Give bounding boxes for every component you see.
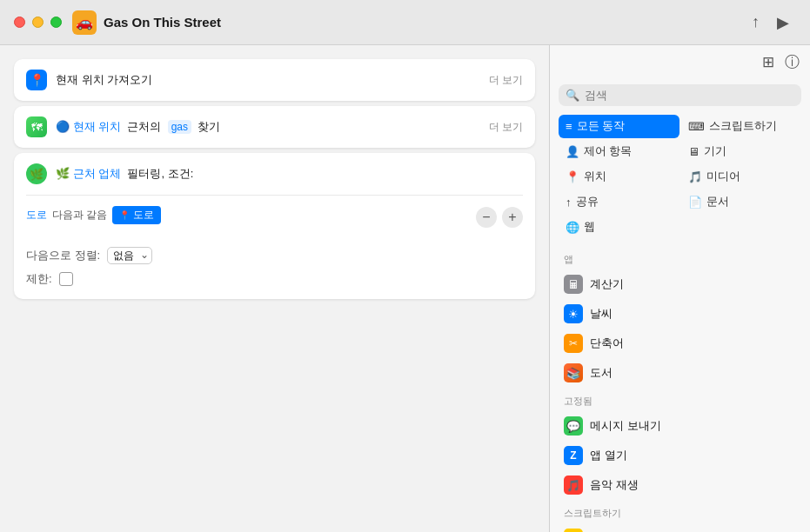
shortcuts-label: 단축어 (590, 336, 624, 351)
tab-device[interactable]: 🖥 기기 (681, 140, 802, 163)
limit-checkbox[interactable] (59, 272, 73, 286)
send-message-label: 메시지 보내기 (590, 418, 661, 434)
media-label: 미디어 (706, 170, 740, 184)
tab-scripting[interactable]: ⌨ 스크립트하기 (681, 115, 802, 138)
control-icon: 👤 (566, 145, 579, 158)
remove-condition-button[interactable]: − (476, 207, 497, 228)
comment-icon: = (564, 529, 583, 532)
sort-select-wrapper[interactable]: 없음 이름 거리 (107, 247, 152, 264)
filter-controls: − + (476, 207, 523, 228)
calculator-label: 계산기 (590, 276, 624, 292)
filter-label: 필터링, 조건: (127, 167, 193, 180)
maximize-button[interactable] (50, 17, 62, 28)
search-box: 🔍 (550, 79, 810, 111)
sidebar-item-play-music[interactable]: 🎵 음악 재생 (555, 470, 805, 500)
get-location-row[interactable]: 📍 현재 위치 가져오기 더 보기 (14, 59, 535, 101)
scripting-icon: ⌨ (688, 120, 705, 133)
filter-tags: 도로 다음과 같음 📍 도로 (26, 203, 161, 228)
all-actions-icon: ≡ (566, 120, 572, 133)
filter-header-text: 🌿 근처 업체 필터링, 조건: (56, 166, 523, 182)
nearby-business-tag: 🌿 근처 업체 (56, 167, 121, 180)
books-icon: 📚 (564, 363, 583, 382)
tag-road-filled[interactable]: 📍 도로 (112, 206, 161, 224)
find-nearby-more[interactable]: 더 보기 (489, 120, 523, 135)
sidebar-item-weather[interactable]: ☀ 날씨 (555, 299, 805, 329)
minimize-button[interactable] (32, 17, 44, 28)
play-button[interactable]: ▶ (777, 13, 789, 32)
weather-icon: ☀ (564, 304, 583, 323)
find-nearby-text: 🔵 현재 위치 근처의 gas 찾기 (56, 119, 482, 135)
right-panel: ⊞ ⓘ 🔍 ≡ 모든 동작 ⌨ 스크립트하기 👤 제어 항목 (549, 45, 810, 532)
left-panel: 📍 현재 위치 가져오기 더 보기 🗺 🔵 현재 위치 근처의 gas 찾기 더… (0, 45, 549, 532)
category-tabs: ≡ 모든 동작 ⌨ 스크립트하기 👤 제어 항목 🖥 기기 📍 위치 🎵 미 (550, 111, 810, 243)
scripting-label: 스크립트하기 (709, 119, 777, 134)
sidebar-item-comment[interactable]: = 주석 (555, 523, 805, 532)
location-icon: 📍 (26, 70, 47, 90)
media-icon: 🎵 (688, 170, 702, 183)
add-condition-button[interactable]: + (502, 207, 523, 228)
tab-media[interactable]: 🎵 미디어 (681, 165, 802, 189)
scripting-section-label: 스크립트하기 (555, 500, 805, 523)
sidebar-item-books[interactable]: 📚 도서 (555, 358, 805, 388)
document-label: 문서 (706, 195, 729, 209)
tag-separator: 다음과 같음 (52, 208, 107, 223)
open-app-label: 앱 열기 (590, 448, 627, 463)
add-action-button[interactable]: ⊞ (762, 53, 774, 71)
device-label: 기기 (704, 144, 726, 159)
filter-card: 🌿 🌿 근처 업체 필터링, 조건: 도로 다음과 같음 📍 도로 (14, 153, 535, 299)
open-app-icon: Z (564, 446, 583, 465)
get-location-text: 현재 위치 가져오기 (56, 72, 482, 88)
search-icon: 🔍 (566, 89, 579, 102)
sort-select[interactable]: 없음 이름 거리 (107, 247, 152, 264)
get-location-more[interactable]: 더 보기 (489, 73, 523, 88)
web-icon: 🌐 (566, 221, 579, 234)
all-actions-label: 모든 동작 (577, 119, 625, 134)
find-nearby-row[interactable]: 🗺 🔵 현재 위치 근처의 gas 찾기 더 보기 (14, 106, 535, 148)
tab-all-actions[interactable]: ≡ 모든 동작 (559, 115, 679, 138)
tab-share[interactable]: ↑ 공유 (559, 190, 679, 214)
tab-document[interactable]: 📄 문서 (681, 190, 802, 214)
location-tab-icon: 📍 (566, 170, 579, 183)
calculator-icon: 🖩 (564, 275, 583, 294)
search-input-wrap: 🔍 (559, 84, 801, 106)
titlebar: 🚗 Gas On This Street ↑ ▶ (0, 0, 810, 45)
sidebar-item-send-message[interactable]: 💬 메시지 보내기 (555, 411, 805, 441)
send-message-icon: 💬 (564, 416, 583, 436)
weather-label: 날씨 (590, 306, 613, 322)
sidebar-item-open-app[interactable]: Z 앱 열기 (555, 441, 805, 470)
search-input[interactable] (585, 89, 794, 102)
close-button[interactable] (14, 17, 25, 28)
sort-row: 다음으로 정렬: 없음 이름 거리 (26, 247, 523, 264)
filter-icon: 🌿 (26, 163, 47, 184)
share-button[interactable]: ↑ (752, 13, 760, 32)
pinned-section-label: 고정됨 (555, 388, 805, 411)
sidebar-item-calculator[interactable]: 🖩 계산기 (555, 269, 805, 299)
filter-body: 도로 다음과 같음 📍 도로 − + 다음으로 정렬: (14, 196, 535, 299)
device-icon: 🖥 (688, 145, 700, 158)
gas-keyword: gas (168, 120, 191, 134)
info-button[interactable]: ⓘ (785, 52, 800, 72)
play-music-icon: 🎵 (564, 475, 583, 495)
traffic-lights (14, 17, 62, 28)
app-section-label: 앱 (555, 246, 805, 269)
road-chip-label: 도로 (133, 208, 154, 223)
limit-row: 제한: (26, 271, 523, 287)
shortcuts-icon: ✂ (564, 334, 583, 353)
limit-label: 제한: (26, 271, 52, 287)
tab-location[interactable]: 📍 위치 (559, 165, 679, 189)
app-icon: 🚗 (72, 10, 97, 35)
road-chip-icon: 📍 (119, 210, 130, 220)
filter-header: 🌿 🌿 근처 업체 필터링, 조건: (14, 153, 535, 195)
window-title: Gas On This Street (104, 15, 752, 30)
books-label: 도서 (590, 365, 613, 381)
sidebar-list: 앱 🖩 계산기 ☀ 날씨 ✂ 단축어 📚 도서 고정됨 💬 메시지 보내기 (550, 243, 810, 532)
tab-control[interactable]: 👤 제어 항목 (559, 140, 679, 163)
web-label: 웹 (584, 220, 595, 235)
location-label: 위치 (584, 170, 606, 184)
sidebar-item-shortcuts[interactable]: ✂ 단축어 (555, 329, 805, 358)
tag-road[interactable]: 도로 (26, 208, 47, 223)
tab-web[interactable]: 🌐 웹 (559, 216, 679, 239)
control-label: 제어 항목 (584, 144, 632, 159)
maps-icon: 🗺 (26, 116, 47, 137)
sort-label: 다음으로 정렬: (26, 248, 100, 263)
